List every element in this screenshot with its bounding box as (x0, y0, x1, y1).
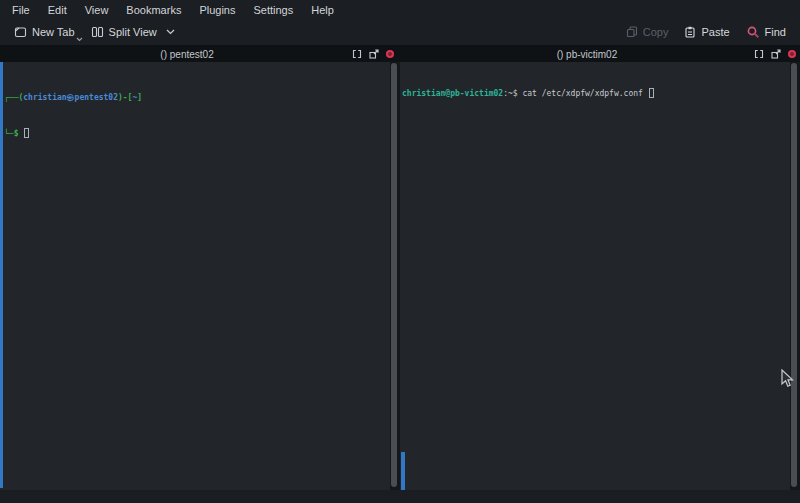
split-view-label: Split View (109, 26, 157, 38)
toolbar: New Tab Split View Copy (0, 19, 800, 45)
terminal-cursor (24, 128, 29, 138)
find-icon (746, 26, 760, 39)
menu-file[interactable]: File (3, 2, 39, 18)
menu-edit[interactable]: Edit (39, 2, 76, 18)
split-view-chevron-icon (166, 29, 175, 35)
paste-icon (684, 26, 696, 38)
split-view-icon (91, 26, 104, 38)
terminal-output-left: ┌──(christian㉿pentest02)-[~] └─$ (0, 62, 390, 164)
new-tab-dropdown-chevron-icon[interactable] (76, 37, 83, 42)
detach-tab-icon[interactable] (369, 49, 379, 59)
terminal-cursor (649, 88, 654, 98)
copy-icon (626, 26, 638, 38)
find-label: Find (765, 26, 786, 38)
terminal-output-right: christian@pb-victim02:~$ cat /etc/xdpfw/… (400, 62, 790, 124)
right-pane-title: () pb-victim02 (557, 48, 618, 59)
new-tab-icon (14, 26, 27, 38)
prompt-line-2: └─$ (4, 128, 390, 140)
new-tab-label: New Tab (32, 26, 75, 38)
copy-button[interactable]: Copy (618, 23, 677, 41)
terminal-pane-pentest02[interactable]: ┌──(christian㉿pentest02)-[~] └─$ (0, 62, 390, 490)
right-pane-header[interactable]: () pb-victim02 (398, 45, 800, 62)
paste-label: Paste (701, 26, 729, 38)
close-split-button[interactable] (788, 50, 796, 58)
left-pane-title: () pentest02 (160, 48, 213, 59)
menu-settings[interactable]: Settings (244, 2, 302, 18)
menu-bookmarks[interactable]: Bookmarks (117, 2, 190, 18)
menu-help[interactable]: Help (302, 2, 343, 18)
menu-plugins[interactable]: Plugins (190, 2, 244, 18)
window-bottom-strip (0, 490, 800, 503)
menu-view[interactable]: View (76, 2, 118, 18)
left-pane-scrollbar-handle[interactable] (0, 62, 3, 488)
new-tab-button[interactable]: New Tab (6, 23, 83, 41)
maximize-split-icon[interactable] (352, 49, 362, 59)
paste-button[interactable]: Paste (676, 23, 737, 41)
prompt-line-1: ┌──(christian㉿pentest02)-[~] (4, 92, 390, 104)
right-pane-scrollbar-handle[interactable] (401, 452, 405, 490)
maximize-split-icon[interactable] (754, 49, 764, 59)
left-pane-header[interactable]: () pentest02 (0, 45, 398, 62)
menu-bar: File Edit View Bookmarks Plugins Setting… (0, 0, 800, 19)
terminal-pane-pb-victim02[interactable]: christian@pb-victim02:~$ cat /etc/xdpfw/… (400, 62, 790, 490)
mouse-cursor (781, 369, 794, 388)
terminal-area: ┌──(christian㉿pentest02)-[~] └─$ christi… (0, 62, 800, 490)
close-split-button[interactable] (386, 50, 394, 58)
prompt-line: christian@pb-victim02:~$ cat /etc/xdpfw/… (402, 88, 790, 100)
split-view-button[interactable]: Split View (83, 23, 183, 41)
pane-splitter[interactable] (391, 63, 397, 487)
right-edge-scrollbar[interactable] (791, 63, 797, 487)
detach-tab-icon[interactable] (771, 49, 781, 59)
split-title-bar: () pentest02 () pb-victim02 (0, 45, 800, 62)
copy-label: Copy (643, 26, 669, 38)
find-button[interactable]: Find (738, 23, 794, 42)
